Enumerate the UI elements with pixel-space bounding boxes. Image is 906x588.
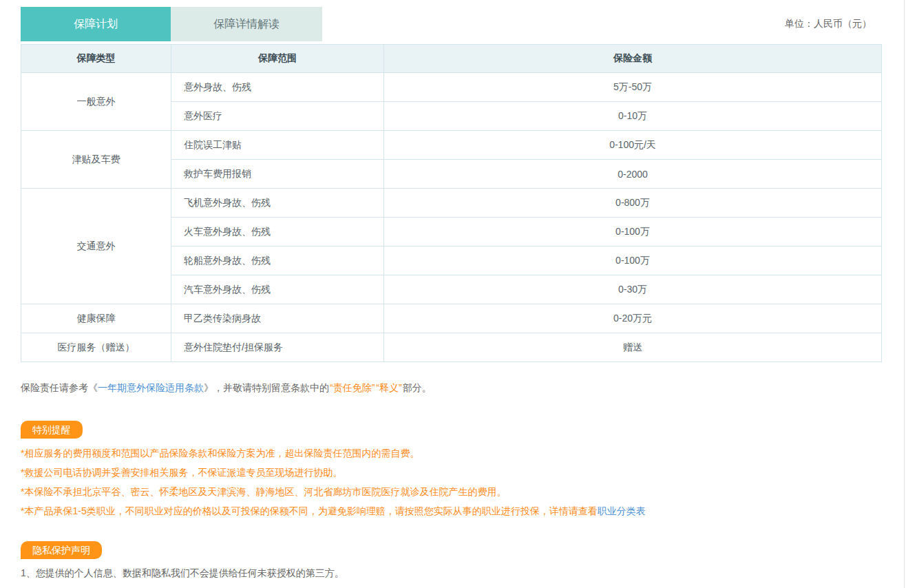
reminder-line-regions: *本保险不承担北京平谷、密云、怀柔地区及天津滨海、静海地区、河北省廊坊市医院医疗…: [21, 482, 881, 501]
coverage-type-cell: 一般意外: [21, 73, 171, 131]
insured-amount-cell: 0-100万: [384, 218, 882, 246]
clause-highlight-definition: “释义”: [376, 382, 401, 393]
table-row: 医疗服务（赠送）意外住院垫付/担保服务赠送: [21, 333, 882, 362]
tabs-and-unit-row: 保障计划 保障详情解读 单位：人民币（元）: [21, 7, 881, 41]
coverage-type-cell: 津贴及车费: [21, 131, 171, 189]
tab-coverage-details[interactable]: 保障详情解读: [171, 7, 322, 41]
special-reminder-list: *相应服务的费用额度和范围以产品保险条款和保险方案为准，超出保险责任范围内的需自…: [21, 443, 881, 521]
privacy-statement-line: 1、您提供的个人信息、数据和隐私我们不会提供给任何未获授权的第三方。: [21, 563, 881, 582]
table-row: 交通意外飞机意外身故、伤残0-800万: [21, 189, 882, 218]
coverage-type-cell: 健康保障: [21, 304, 171, 333]
book-mark-open: 《: [88, 382, 98, 393]
header-insured-amount: 保险金额: [384, 45, 882, 73]
insured-amount-cell: 0-30万: [384, 275, 882, 304]
coverage-scope-cell: 汽车意外身故、伤残: [171, 275, 384, 304]
header-coverage-type: 保障类型: [21, 45, 171, 73]
header-coverage-scope: 保障范围: [171, 45, 384, 73]
table-row: 健康保障甲乙类传染病身故0-20万元: [21, 304, 882, 333]
insured-amount-cell: 0-100元/天: [384, 131, 882, 160]
insurance-plan-panel: 保障计划 保障详情解读 单位：人民币（元） 保障类型 保障范围 保险金额 一般意…: [21, 7, 881, 582]
coverage-table: 保障类型 保障范围 保险金额 一般意外意外身故、伤残5万-50万意外医疗0-10…: [21, 44, 882, 362]
clause-middle: ，并敬请特别留意条款中的: [213, 382, 329, 393]
insured-amount-cell: 0-100万: [384, 246, 882, 275]
table-row: 一般意外意外身故、伤残5万-50万: [21, 73, 882, 102]
clause-suffix: 部分。: [403, 382, 432, 393]
page-right-edge: [904, 0, 905, 588]
insured-amount-cell: 0-800万: [384, 189, 882, 218]
coverage-scope-cell: 救护车费用报销: [171, 160, 384, 189]
tab-bar: 保障计划 保障详情解读: [21, 7, 881, 41]
privacy-statement-badge: 隐私保护声明: [21, 541, 102, 559]
coverage-scope-cell: 飞机意外身故、伤残: [171, 189, 384, 218]
coverage-scope-cell: 火车意外身故、伤残: [171, 218, 384, 246]
tab-coverage-plan[interactable]: 保障计划: [21, 7, 171, 41]
reminder-line-occupation: *本产品承保1-5类职业，不同职业对应的价格以及可投保的保额不同，为避免影响理赔…: [21, 501, 881, 521]
coverage-scope-cell: 意外医疗: [171, 102, 384, 131]
occupation-text: *本产品承保1-5类职业，不同职业对应的价格以及可投保的保额不同，为避免影响理赔…: [21, 505, 598, 516]
book-mark-close: 》: [204, 382, 213, 393]
table-header-row: 保障类型 保障范围 保险金额: [21, 45, 882, 73]
coverage-scope-cell: 轮船意外身故、伤残: [171, 246, 384, 275]
coverage-scope-cell: 意外身故、伤残: [171, 73, 384, 102]
insured-amount-cell: 0-2000: [384, 160, 882, 189]
occupation-table-link[interactable]: 职业分类表: [598, 505, 646, 516]
insured-amount-cell: 5万-50万: [384, 73, 882, 102]
special-reminder-badge: 特别提醒: [21, 421, 83, 439]
clause-reference-line: 保险责任请参考《一年期意外保险适用条款》，并敬请特别留意条款中的“责任免除”“释…: [21, 381, 881, 395]
insured-amount-cell: 0-10万: [384, 102, 882, 131]
coverage-type-cell: 医疗服务（赠送）: [21, 333, 171, 362]
reminder-line-rescue: *救援公司电话协调并妥善安排相关服务，不保证派遣专员至现场进行协助。: [21, 463, 881, 482]
coverage-scope-cell: 甲乙类传染病身故: [171, 304, 384, 333]
clause-terms-link[interactable]: 一年期意外保险适用条款: [98, 382, 204, 393]
coverage-scope-cell: 意外住院垫付/担保服务: [171, 333, 384, 362]
clause-highlight-exclusion: “责任免除”: [330, 382, 375, 393]
insured-amount-cell: 0-20万元: [384, 304, 882, 333]
insured-amount-cell: 赠送: [384, 333, 882, 362]
table-row: 津贴及车费住院误工津贴0-100元/天: [21, 131, 882, 160]
coverage-type-cell: 交通意外: [21, 189, 171, 304]
reminder-line-fees: *相应服务的费用额度和范围以产品保险条款和保险方案为准，超出保险责任范围内的需自…: [21, 443, 881, 463]
clause-prefix: 保险责任请参考: [21, 382, 88, 393]
coverage-scope-cell: 住院误工津贴: [171, 131, 384, 160]
currency-unit-label: 单位：人民币（元）: [785, 18, 872, 30]
